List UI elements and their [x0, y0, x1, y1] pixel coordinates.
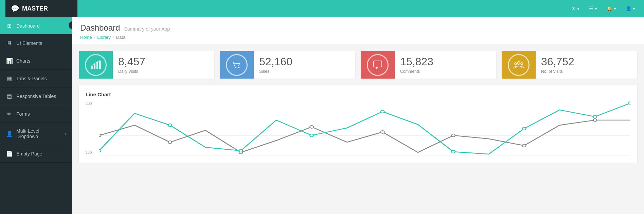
breadcrumb: Home / Library / Data: [80, 35, 636, 40]
sidebar-item-empty-page[interactable]: 📄 Empty Page: [0, 145, 72, 163]
ui-elements-icon: 🖥: [6, 40, 12, 46]
stat-sales: 52,160 Sales: [220, 51, 355, 79]
page-subtitle: Summary of your App: [124, 26, 170, 32]
breadcrumb-library[interactable]: Library: [97, 35, 111, 40]
notifications-button[interactable]: 🔔 ▾: [603, 4, 620, 13]
daily-visits-body: 8,457 Daily Visits: [113, 51, 214, 79]
chart-section: Line Chart 200 150: [79, 85, 637, 163]
svg-rect-2: [96, 62, 98, 69]
sidebar-item-responsive-tables[interactable]: ▤ Responsive Tables: [0, 87, 72, 105]
tabs-icon: ▦: [6, 75, 12, 82]
chart-area: [99, 101, 630, 163]
topbar-right: ✉ ▾ ☰ ▾ 🔔 ▾ 👤 ▾: [568, 4, 639, 13]
mail-button[interactable]: ✉ ▾: [568, 4, 583, 13]
sidebar-item-forms-label: Forms: [16, 111, 66, 117]
sidebar-item-charts[interactable]: 📊 Charts: [0, 52, 72, 70]
no-of-visits-body: 36,752 No. of Visits: [536, 51, 637, 79]
svg-point-23: [310, 134, 313, 137]
breadcrumb-sep-1: /: [94, 35, 95, 40]
svg-point-18: [522, 144, 526, 147]
daily-visits-label: Daily Visits: [118, 69, 209, 74]
comments-icon: [367, 54, 389, 76]
breadcrumb-data: Data: [116, 35, 125, 40]
no-of-visits-label: No. of Visits: [541, 69, 632, 74]
sidebar-item-multi-level[interactable]: 👤 Multi-Level Dropdown ‹: [0, 123, 72, 145]
breadcrumb-sep-2: /: [113, 35, 114, 40]
menu-button[interactable]: ☰ ▾: [586, 4, 601, 13]
daily-visits-icon-box: [79, 51, 113, 79]
y-label-200: 200: [86, 101, 98, 105]
sidebar-item-tabs-panels[interactable]: ▦ Tabs & Panels: [0, 70, 72, 87]
charts-icon: 📊: [6, 57, 12, 64]
stat-comments: 15,823 Comments: [361, 51, 496, 79]
svg-point-21: [168, 124, 172, 127]
svg-point-22: [239, 149, 243, 152]
svg-point-12: [99, 134, 101, 137]
svg-point-6: [517, 62, 520, 64]
svg-point-20: [99, 149, 101, 152]
chart-title: Line Chart: [86, 92, 630, 97]
daily-visits-icon: [85, 54, 107, 76]
svg-point-26: [522, 127, 526, 130]
svg-point-15: [310, 126, 313, 128]
chart-y-labels: 200 150: [86, 101, 98, 156]
svg-point-24: [381, 110, 384, 113]
sidebar-item-empty-page-label: Empty Page: [16, 151, 66, 157]
chart-container: 200 150: [86, 101, 630, 163]
comments-body: 15,823 Comments: [395, 51, 496, 79]
sales-icon: [226, 54, 248, 76]
brand-name: MASTER: [22, 5, 48, 12]
svg-point-25: [451, 150, 455, 153]
sales-body: 52,160 Sales: [254, 51, 355, 79]
sidebar-item-dashboard[interactable]: ⊞ Dashboard: [0, 17, 72, 35]
stat-daily-visits: 8,457 Daily Visits: [79, 51, 214, 79]
y-label-150: 150: [86, 150, 98, 154]
multi-level-arrow: ‹: [65, 132, 66, 136]
sidebar: › ⊞ Dashboard 🖥 UI Elements 📊 Charts ▦ T…: [0, 17, 72, 214]
svg-point-4: [235, 67, 236, 68]
sales-icon-box: [220, 51, 254, 79]
svg-point-17: [451, 134, 455, 137]
daily-visits-number: 8,457: [118, 56, 209, 68]
svg-rect-3: [99, 61, 101, 69]
sidebar-item-ui-elements[interactable]: 🖥 UI Elements: [0, 35, 72, 52]
svg-rect-1: [94, 64, 95, 69]
breadcrumb-home[interactable]: Home: [80, 35, 92, 40]
sidebar-item-dashboard-label: Dashboard: [16, 23, 66, 29]
sidebar-item-charts-label: Charts: [16, 58, 66, 64]
svg-point-8: [521, 63, 523, 65]
svg-point-7: [515, 63, 517, 65]
no-of-visits-icon: [508, 54, 530, 76]
sales-label: Sales: [259, 69, 350, 74]
multi-level-icon: 👤: [6, 131, 12, 137]
user-button[interactable]: 👤 ▾: [622, 4, 639, 13]
svg-point-13: [168, 141, 172, 144]
svg-point-27: [593, 115, 597, 118]
main-wrap: › ⊞ Dashboard 🖥 UI Elements 📊 Charts ▦ T…: [0, 17, 644, 214]
page-title: Dashboard: [80, 23, 120, 33]
no-of-visits-number: 36,752: [541, 56, 632, 68]
sales-number: 52,160: [259, 56, 350, 68]
svg-point-16: [381, 131, 384, 133]
no-of-visits-icon-box: [502, 51, 536, 79]
tables-icon: ▤: [6, 93, 12, 99]
stats-row: 8,457 Daily Visits 52,160: [72, 44, 644, 79]
line-chart-svg: [99, 101, 630, 163]
comments-label: Comments: [400, 69, 491, 74]
sidebar-item-ui-elements-label: UI Elements: [16, 40, 66, 46]
content-area: Dashboard Summary of your App Home / Lib…: [72, 17, 644, 214]
svg-point-5: [238, 67, 239, 68]
dashboard-icon: ⊞: [6, 22, 12, 29]
sidebar-item-forms[interactable]: ✏ Forms: [0, 105, 72, 123]
topbar: 💬 MASTER ✉ ▾ ☰ ▾ 🔔 ▾ 👤 ▾: [0, 0, 644, 17]
brand: 💬 MASTER: [5, 0, 77, 17]
brand-icon: 💬: [11, 4, 19, 13]
empty-page-icon: 📄: [6, 150, 12, 157]
comments-icon-box: [361, 51, 395, 79]
forms-icon: ✏: [6, 111, 12, 117]
sidebar-item-multi-level-label: Multi-Level Dropdown: [16, 128, 60, 139]
comments-number: 15,823: [400, 56, 491, 68]
svg-point-28: [629, 102, 630, 104]
sidebar-item-tabs-panels-label: Tabs & Panels: [16, 76, 66, 81]
page-header: Dashboard Summary of your App Home / Lib…: [72, 17, 644, 44]
